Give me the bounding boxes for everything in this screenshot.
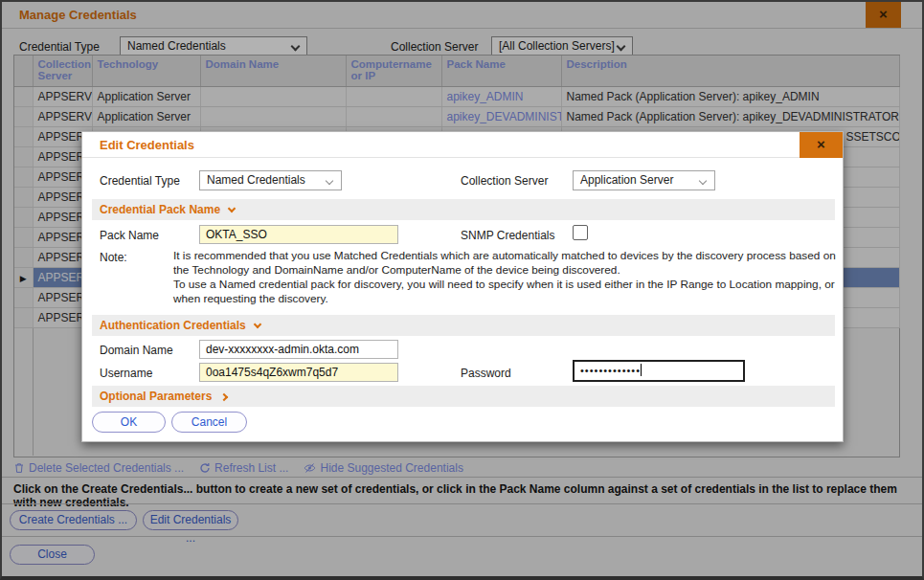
note-paragraph-1: It is recommended that you use Matched C… xyxy=(173,249,848,278)
pack-name-input[interactable]: OKTA_SSO xyxy=(199,225,398,244)
dialog-credential-type-label: Credential Type xyxy=(100,174,180,188)
chevron-right-icon xyxy=(219,393,227,401)
password-masked-value: ••••••••••••• xyxy=(580,365,641,376)
chevron-down-icon xyxy=(228,205,236,212)
section-pack-label: Credential Pack Name xyxy=(100,203,220,216)
chevron-down-icon xyxy=(326,177,333,185)
section-credential-pack-name[interactable]: Credential Pack Name xyxy=(92,199,835,220)
manage-credentials-window: Manage Credentials × Credential Type Nam… xyxy=(0,0,924,580)
note-text: It is recommended that you use Matched C… xyxy=(173,249,848,306)
section-authentication-credentials[interactable]: Authentication Credentials xyxy=(92,315,835,336)
dialog-titlebar: Edit Credentials xyxy=(82,132,843,158)
text-caret xyxy=(641,364,642,376)
section-auth-label: Authentication Credentials xyxy=(100,319,246,332)
pack-name-label: Pack Name xyxy=(100,229,159,242)
username-input[interactable]: 0oa1475s4qZ6xwm7q5d7 xyxy=(199,363,398,382)
ok-button[interactable]: OK xyxy=(92,412,166,433)
password-input[interactable]: ••••••••••••• xyxy=(573,360,745,382)
username-label: Username xyxy=(100,367,152,380)
note-label: Note: xyxy=(100,251,127,264)
password-label: Password xyxy=(461,367,511,380)
note-paragraph-2: To use a Named credential pack for disco… xyxy=(173,278,848,306)
close-icon: × xyxy=(817,136,825,152)
domain-name-label: Domain Name xyxy=(100,344,173,357)
chevron-down-icon xyxy=(254,321,261,328)
dialog-collection-server-select[interactable]: Application Server xyxy=(573,170,715,190)
section-optional-parameters[interactable]: Optional Parameters xyxy=(92,386,835,407)
dialog-credential-type-value: Named Credentials xyxy=(207,173,305,187)
snmp-credentials-checkbox[interactable] xyxy=(573,225,588,240)
dialog-credential-type-select[interactable]: Named Credentials xyxy=(199,170,342,190)
dialog-collection-server-label: Collection Server xyxy=(461,174,548,188)
dialog-title: Edit Credentials xyxy=(100,138,194,152)
dialog-close-button[interactable]: × xyxy=(800,132,843,158)
snmp-credentials-label: SNMP Credentials xyxy=(461,229,554,242)
domain-name-input[interactable]: dev-xxxxxxxx-admin.okta.com xyxy=(199,340,398,359)
section-optional-label: Optional Parameters xyxy=(100,390,212,403)
cancel-button[interactable]: Cancel xyxy=(171,412,247,433)
edit-credentials-dialog: Edit Credentials × Credential Type Named… xyxy=(81,131,844,442)
chevron-down-icon xyxy=(699,177,707,185)
dialog-collection-server-value: Application Server xyxy=(580,173,673,187)
